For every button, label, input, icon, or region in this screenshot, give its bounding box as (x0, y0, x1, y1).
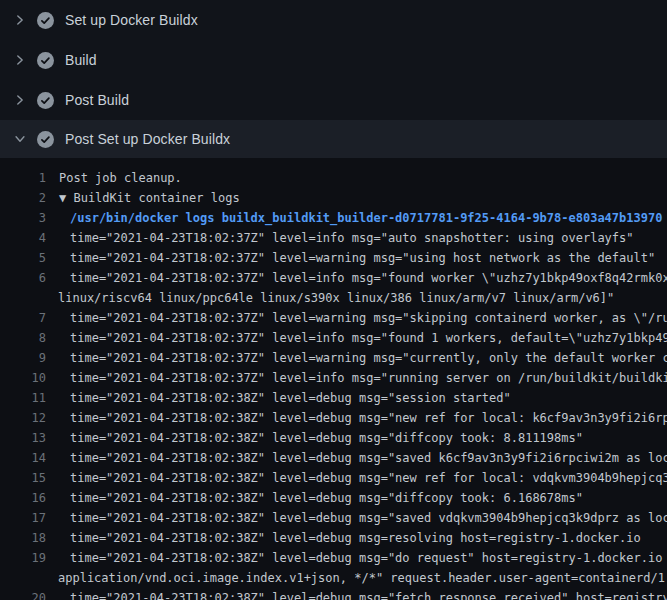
log-row: 16time="2021-04-23T18:02:38Z" level=debu… (0, 488, 667, 508)
log-line-number (0, 288, 46, 308)
log-line-text: linux/riscv64 linux/ppc64le linux/s390x … (46, 288, 614, 308)
log-row: 19time="2021-04-23T18:02:38Z" level=debu… (0, 548, 667, 568)
workflow-log-panel: Set up Docker Buildx Build Post Build (0, 0, 667, 600)
log-line-text: Post job cleanup. (46, 168, 182, 188)
log-line-text: time="2021-04-23T18:02:38Z" level=debug … (46, 408, 667, 428)
log-row: 13time="2021-04-23T18:02:38Z" level=debu… (0, 428, 667, 448)
log-line-text: time="2021-04-23T18:02:38Z" level=debug … (46, 468, 667, 488)
check-circle-icon (37, 131, 54, 148)
log-line-text: time="2021-04-23T18:02:38Z" level=debug … (46, 448, 667, 468)
log-row: 12time="2021-04-23T18:02:38Z" level=debu… (0, 408, 667, 428)
log-row: 11time="2021-04-23T18:02:38Z" level=debu… (0, 388, 667, 408)
log-body: 1Post job cleanup.2▼ BuildKit container … (0, 158, 667, 600)
chevron-right-icon (12, 13, 28, 27)
log-line-text: time="2021-04-23T18:02:38Z" level=debug … (46, 508, 667, 528)
log-row: 20time="2021-04-23T18:02:38Z" level=debu… (0, 588, 667, 600)
log-line-text: time="2021-04-23T18:02:37Z" level=info m… (46, 328, 667, 348)
log-line-text: time="2021-04-23T18:02:37Z" level=info m… (46, 368, 667, 388)
step-row-build[interactable]: Build (0, 40, 667, 80)
chevron-down-icon (12, 132, 28, 146)
log-line-number[interactable]: 20 (0, 588, 46, 600)
step-row-set-up-docker-buildx[interactable]: Set up Docker Buildx (0, 0, 667, 40)
log-row: 1Post job cleanup. (0, 168, 667, 188)
step-row-post-set-up-docker-buildx[interactable]: Post Set up Docker Buildx (0, 120, 667, 158)
log-row: 10time="2021-04-23T18:02:37Z" level=info… (0, 368, 667, 388)
check-circle-icon (37, 92, 54, 109)
log-row: 8time="2021-04-23T18:02:37Z" level=info … (0, 328, 667, 348)
log-row: 4time="2021-04-23T18:02:37Z" level=info … (0, 228, 667, 248)
log-line-number[interactable]: 4 (0, 228, 46, 248)
log-line-number[interactable]: 14 (0, 448, 46, 468)
chevron-right-icon (12, 93, 28, 107)
log-line-text: time="2021-04-23T18:02:37Z" level=info m… (46, 268, 667, 288)
log-row: 3/usr/bin/docker logs buildx_buildkit_bu… (0, 208, 667, 228)
log-line-text: time="2021-04-23T18:02:37Z" level=warnin… (46, 308, 667, 328)
log-row: 7time="2021-04-23T18:02:37Z" level=warni… (0, 308, 667, 328)
log-line-text: time="2021-04-23T18:02:38Z" level=debug … (46, 428, 583, 448)
check-circle-icon (37, 12, 54, 29)
log-line-text: application/vnd.oci.image.index.v1+json,… (46, 568, 667, 588)
log-line-number[interactable]: 18 (0, 528, 46, 548)
steps-list: Set up Docker Buildx Build Post Build (0, 0, 667, 158)
log-line-text: time="2021-04-23T18:02:38Z" level=debug … (46, 528, 641, 548)
step-row-post-build[interactable]: Post Build (0, 80, 667, 120)
log-line-number[interactable]: 8 (0, 328, 46, 348)
log-line-number[interactable]: 1 (0, 168, 46, 188)
log-line-number[interactable]: 7 (0, 308, 46, 328)
log-line-number[interactable]: 12 (0, 408, 46, 428)
log-line-number[interactable]: 16 (0, 488, 46, 508)
log-line-text: time="2021-04-23T18:02:38Z" level=debug … (46, 588, 667, 600)
log-line-number[interactable]: 13 (0, 428, 46, 448)
log-command-text: /usr/bin/docker logs buildx_buildkit_bui… (46, 208, 662, 228)
step-label: Post Set up Docker Buildx (65, 131, 230, 147)
step-label: Post Build (65, 92, 129, 108)
chevron-right-icon (12, 53, 28, 67)
check-circle-icon (37, 52, 54, 69)
log-line-number[interactable]: 9 (0, 348, 46, 368)
log-line-number[interactable]: 2 (0, 188, 46, 208)
log-line-number[interactable]: 3 (0, 208, 46, 228)
log-row: 6time="2021-04-23T18:02:37Z" level=info … (0, 268, 667, 288)
log-line-text: time="2021-04-23T18:02:38Z" level=debug … (46, 388, 511, 408)
log-line-text: time="2021-04-23T18:02:37Z" level=warnin… (46, 248, 655, 268)
log-line-number[interactable]: 17 (0, 508, 46, 528)
log-row: 15time="2021-04-23T18:02:38Z" level=debu… (0, 468, 667, 488)
log-row: 18time="2021-04-23T18:02:38Z" level=debu… (0, 528, 667, 548)
log-line-number[interactable]: 15 (0, 468, 46, 488)
log-row: 5time="2021-04-23T18:02:37Z" level=warni… (0, 248, 667, 268)
log-row: 2▼ BuildKit container logs (0, 188, 667, 208)
log-line-number[interactable]: 19 (0, 548, 46, 568)
log-line-text: time="2021-04-23T18:02:38Z" level=debug … (46, 488, 583, 508)
log-line-text: time="2021-04-23T18:02:37Z" level=warnin… (46, 348, 667, 368)
log-row: 14time="2021-04-23T18:02:38Z" level=debu… (0, 448, 667, 468)
log-line-number[interactable]: 10 (0, 368, 46, 388)
log-row: 9time="2021-04-23T18:02:37Z" level=warni… (0, 348, 667, 368)
log-row: linux/riscv64 linux/ppc64le linux/s390x … (0, 288, 667, 308)
log-line-text: time="2021-04-23T18:02:37Z" level=info m… (46, 228, 634, 248)
log-line-number[interactable]: 6 (0, 268, 46, 288)
step-label: Set up Docker Buildx (65, 12, 198, 28)
log-row: 17time="2021-04-23T18:02:38Z" level=debu… (0, 508, 667, 528)
log-line-number (0, 568, 46, 588)
step-label: Build (65, 52, 97, 68)
log-group-toggle[interactable]: ▼ BuildKit container logs (46, 188, 240, 208)
log-line-number[interactable]: 5 (0, 248, 46, 268)
log-row: application/vnd.oci.image.index.v1+json,… (0, 568, 667, 588)
log-line-text: time="2021-04-23T18:02:38Z" level=debug … (46, 548, 667, 568)
log-line-number[interactable]: 11 (0, 388, 46, 408)
